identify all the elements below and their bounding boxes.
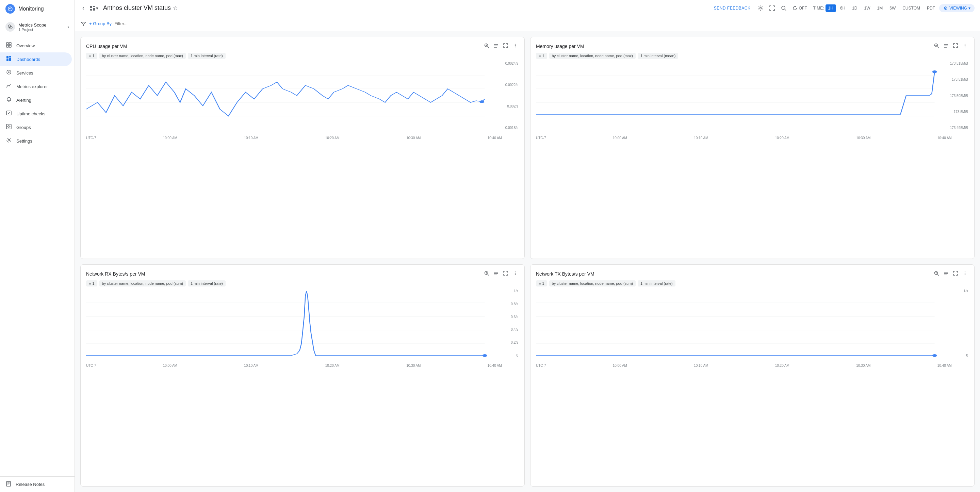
network-rx-interval-tag[interactable]: 1 min interval (rate)	[188, 280, 226, 287]
network-rx-expand-button[interactable]	[502, 269, 509, 278]
network-tx-groupby-tag[interactable]: by cluster name, location, node name, po…	[549, 280, 636, 287]
group-by-button[interactable]: + Group By	[89, 21, 111, 26]
svg-point-25	[759, 7, 761, 9]
cpu-chart-icons	[483, 42, 519, 51]
memory-expand-button[interactable]	[952, 42, 959, 51]
memory-usage-card: Memory usage per VM	[530, 37, 975, 259]
overview-icon	[5, 42, 12, 49]
svg-point-18	[8, 127, 10, 128]
sidebar-item-alerting[interactable]: Alerting	[0, 93, 72, 107]
memory-chart-icons	[933, 42, 969, 51]
memory-interval-tag[interactable]: 1 min interval (mean)	[638, 53, 678, 59]
network-rx-chart-title: Network RX Bytes/s per VM	[86, 271, 480, 277]
network-rx-chart-tags: ≡ 1 by cluster name, location, node name…	[81, 280, 524, 289]
cpu-legend-button[interactable]	[492, 42, 500, 51]
network-rx-zoom-button[interactable]	[483, 269, 490, 278]
star-icon[interactable]: ☆	[173, 5, 178, 11]
svg-rect-6	[9, 45, 11, 47]
groups-label: Groups	[16, 125, 31, 130]
cpu-zoom-button[interactable]	[483, 42, 490, 51]
settings-icon	[5, 137, 12, 145]
memory-chart-tags: ≡ 1 by cluster name, location, node name…	[530, 53, 974, 62]
cpu-more-button[interactable]	[511, 42, 519, 51]
dashboards-label: Dashboards	[16, 57, 40, 62]
back-button[interactable]: ‹	[80, 3, 86, 13]
svg-point-40	[480, 100, 484, 103]
svg-point-45	[965, 44, 966, 45]
network-tx-zoom-button[interactable]	[933, 269, 940, 278]
network-tx-card: Network TX Bytes/s per VM	[530, 264, 975, 487]
svg-rect-22	[93, 6, 95, 7]
cpu-groupby-tag[interactable]: by cluster name, location, node name, po…	[99, 53, 186, 59]
svg-point-33	[515, 44, 515, 45]
network-tx-chart-header: Network TX Bytes/s per VM	[530, 265, 974, 280]
metrics-scope-icon	[5, 22, 15, 32]
svg-point-59	[515, 274, 515, 275]
memory-chart-title: Memory usage per VM	[536, 43, 930, 49]
cpu-expand-button[interactable]	[502, 42, 509, 51]
svg-rect-4	[9, 43, 11, 45]
network-tx-expand-button[interactable]	[952, 269, 959, 278]
sidebar-item-overview[interactable]: Overview	[0, 39, 72, 53]
network-rx-legend-button[interactable]	[492, 269, 500, 278]
cpu-filter-tag[interactable]: ≡ 1	[86, 53, 97, 59]
network-rx-groupby-tag[interactable]: by cluster name, location, node name, po…	[99, 280, 186, 287]
filterbar: + Group By	[75, 16, 980, 31]
send-feedback-button[interactable]: SEND FEEDBACK	[711, 4, 754, 13]
time-1w-button[interactable]: 1W	[862, 5, 873, 12]
app-name: Monitoring	[18, 6, 44, 12]
svg-point-70	[965, 273, 966, 274]
time-1d-button[interactable]: 1D	[850, 5, 860, 12]
page-title: Anthos cluster VM status	[103, 5, 171, 11]
dashboard-picker-button[interactable]: ▾	[88, 4, 100, 12]
svg-rect-10	[9, 58, 11, 61]
svg-point-71	[965, 274, 966, 275]
time-1m-button[interactable]: 1M	[875, 5, 886, 12]
memory-zoom-button[interactable]	[933, 42, 940, 51]
filter-input[interactable]	[115, 21, 975, 26]
network-tx-filter-tag[interactable]: ≡ 1	[536, 280, 547, 287]
network-tx-more-button[interactable]	[961, 269, 969, 278]
memory-chart-body: 173.515MiB 173.51MiB 173.505MiB 173.5MiB…	[530, 62, 974, 259]
memory-filter-tag[interactable]: ≡ 1	[536, 53, 547, 59]
time-1h-button[interactable]: 1H	[826, 5, 836, 12]
cpu-interval-tag[interactable]: 1 min interval (rate)	[188, 53, 226, 59]
sidebar-item-settings[interactable]: Settings	[0, 134, 72, 148]
network-rx-filter-tag[interactable]: ≡ 1	[86, 280, 97, 287]
services-icon	[5, 69, 12, 76]
network-tx-chart-icons	[933, 269, 969, 278]
svg-point-26	[782, 6, 785, 10]
network-tx-legend-button[interactable]	[942, 269, 950, 278]
metrics-scope-text: Metrics Scope 1 Project	[18, 22, 64, 32]
svg-point-52	[932, 70, 937, 73]
groups-icon	[5, 124, 12, 131]
time-custom-button[interactable]: CUSTOM	[900, 5, 923, 12]
auto-refresh-button[interactable]: OFF	[790, 4, 809, 12]
sidebar-item-dashboards[interactable]: Dashboards	[0, 53, 72, 66]
svg-point-15	[8, 126, 8, 127]
network-rx-chart-icons	[483, 269, 519, 278]
viewing-button[interactable]: VIEWING ▾	[939, 4, 975, 12]
cpu-chart-header: CPU usage per VM	[81, 37, 524, 53]
network-rx-chart-body: 1/s 0.8/s 0.6/s 0.4/s 0.2/s 0 UTC-7 10:0…	[81, 289, 524, 486]
sidebar-item-uptime-checks[interactable]: Uptime checks	[0, 107, 72, 121]
time-6w-button[interactable]: 6W	[887, 5, 898, 12]
memory-more-button[interactable]	[961, 42, 969, 51]
settings-button[interactable]	[756, 3, 765, 13]
network-rx-card: Network RX Bytes/s per VM	[80, 264, 525, 487]
time-pdt-button[interactable]: PDT	[924, 5, 938, 12]
sidebar-item-metrics-explorer[interactable]: Metrics explorer	[0, 80, 72, 93]
time-6h-button[interactable]: 6H	[837, 5, 848, 12]
search-button[interactable]	[778, 3, 789, 13]
sidebar-item-groups[interactable]: Groups	[0, 121, 72, 134]
svg-point-16	[10, 126, 11, 127]
memory-chart-header: Memory usage per VM	[530, 37, 974, 53]
sidebar-item-services[interactable]: Services	[0, 66, 72, 80]
network-tx-interval-tag[interactable]: 1 min interval (rate)	[638, 280, 675, 287]
sidebar-release-notes[interactable]: Release Notes	[0, 476, 75, 492]
metrics-scope-section[interactable]: Metrics Scope 1 Project ›	[0, 18, 75, 36]
network-rx-more-button[interactable]	[511, 269, 519, 278]
memory-groupby-tag[interactable]: by cluster name, location, node name, po…	[549, 53, 636, 59]
memory-legend-button[interactable]	[942, 42, 950, 51]
fullscreen-button[interactable]	[767, 3, 777, 13]
